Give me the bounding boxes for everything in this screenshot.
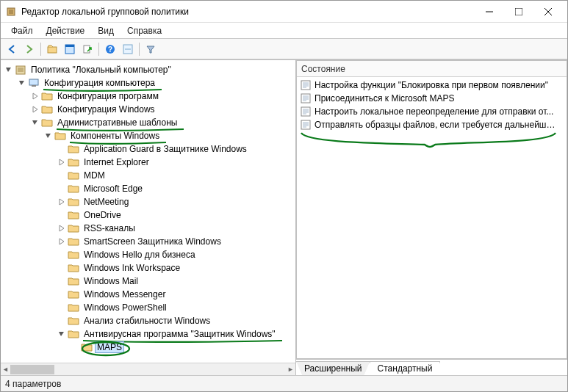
setting-label: Настройка функции "Блокировка при первом… xyxy=(314,80,548,90)
folder-icon xyxy=(68,236,79,247)
tree-item-label: Application Guard в Защитнике Windows xyxy=(82,143,249,155)
folder-icon xyxy=(68,315,79,327)
help-button[interactable]: ? xyxy=(102,41,118,57)
svg-rect-28 xyxy=(301,94,310,103)
up-button[interactable] xyxy=(44,41,60,57)
setting-icon xyxy=(300,106,312,117)
titlebar: Редактор локальной групповой политики xyxy=(1,1,567,23)
policy-tree[interactable]: Политика "Локальный компьютер"Конфигурац… xyxy=(1,60,295,363)
content-panes: Политика "Локальный компьютер"Конфигурац… xyxy=(1,59,567,375)
tree-item-label: SmartScreen Защитника Windows xyxy=(82,236,223,247)
expand-toggle[interactable] xyxy=(43,131,54,141)
svg-rect-11 xyxy=(84,46,90,53)
setting-item[interactable]: Присоединиться к Microsoft MAPS xyxy=(297,92,567,105)
folder-icon xyxy=(41,104,53,115)
menu-view[interactable]: Вид xyxy=(92,24,120,37)
window-title: Редактор локальной групповой политики xyxy=(21,7,475,17)
folder-icon xyxy=(68,196,79,208)
expand-toggle[interactable] xyxy=(57,197,67,207)
column-header-state[interactable]: Состояние xyxy=(297,61,567,77)
tree-item[interactable]: Windows PowerShell xyxy=(2,301,295,314)
expand-toggle[interactable] xyxy=(30,104,40,115)
tree-item[interactable]: Windows Ink Workspace xyxy=(2,261,295,275)
tree-item[interactable]: Компоненты Windows xyxy=(2,129,295,142)
expand-toggle[interactable] xyxy=(57,236,67,247)
menu-file[interactable]: Файл xyxy=(5,24,39,37)
toolbar-separator xyxy=(40,43,41,56)
expand-toggle[interactable] xyxy=(17,78,27,88)
options-button[interactable] xyxy=(120,41,136,57)
tree-item[interactable]: NetMeeting xyxy=(2,195,295,208)
tree-item-label: Windows Ink Workspace xyxy=(82,262,182,274)
tree-item[interactable]: MAPS xyxy=(2,341,295,354)
folder-icon xyxy=(68,249,79,261)
expand-toggle[interactable] xyxy=(57,223,67,233)
setting-item[interactable]: Отправлять образцы файлов, если требуетс… xyxy=(297,118,567,131)
tree-item[interactable]: Application Guard в Защитнике Windows xyxy=(2,142,295,156)
tree-item-label: OneDrive xyxy=(82,209,123,221)
tree-item-label: MAPS xyxy=(95,341,124,353)
expand-toggle[interactable] xyxy=(30,117,40,128)
setting-item[interactable]: Настройка функции "Блокировка при первом… xyxy=(297,79,567,92)
tree-item-label: Административные шаблоны xyxy=(55,117,179,128)
status-text: 4 параметров xyxy=(5,379,61,389)
tree-item[interactable]: Антивирусная программа "Защитник Windows… xyxy=(2,327,295,341)
tree-item-label: Windows Mail xyxy=(82,275,140,287)
properties-button[interactable] xyxy=(62,41,78,57)
menu-help[interactable]: Справка xyxy=(121,24,168,37)
tree-item[interactable]: OneDrive xyxy=(2,208,295,222)
menu-action[interactable]: Действие xyxy=(40,24,91,37)
tab-extended[interactable]: Расширенный xyxy=(296,361,370,375)
tree-item[interactable]: Microsoft Edge xyxy=(2,182,295,195)
folder-icon xyxy=(68,275,79,287)
tree-item[interactable]: RSS-каналы xyxy=(2,222,295,235)
scroll-left-arrow[interactable]: ◄ xyxy=(2,366,9,373)
folder-icon xyxy=(68,209,79,221)
view-tabs: Расширенный Стандартный xyxy=(296,359,567,375)
setting-item[interactable]: Настроить локальное переопределение для … xyxy=(297,105,567,118)
tab-standard[interactable]: Стандартный xyxy=(370,361,441,375)
tree-item[interactable]: Internet Explorer xyxy=(2,156,295,169)
horizontal-scrollbar[interactable]: ◄ ► xyxy=(1,363,295,375)
scroll-right-arrow[interactable]: ► xyxy=(287,366,294,373)
tree-item[interactable]: Windows Messenger xyxy=(2,288,295,301)
expand-toggle xyxy=(57,170,67,181)
export-button[interactable] xyxy=(79,41,96,57)
expand-toggle[interactable] xyxy=(57,329,67,339)
maximize-button[interactable] xyxy=(504,1,533,22)
expand-toggle[interactable] xyxy=(57,157,67,167)
setting-icon xyxy=(300,120,312,130)
tree-item[interactable]: Конфигурация программ xyxy=(2,90,295,103)
tree-item-label: Windows PowerShell xyxy=(82,302,169,313)
tree-item[interactable]: Политика "Локальный компьютер" xyxy=(2,63,295,76)
setting-label: Отправлять образцы файлов, если требуетс… xyxy=(314,120,557,130)
close-button[interactable] xyxy=(533,1,563,22)
annotation-bracket xyxy=(300,131,557,149)
tree-item-label: Microsoft Edge xyxy=(82,183,145,195)
minimize-button[interactable] xyxy=(475,1,504,22)
svg-text:?: ? xyxy=(108,46,112,54)
expand-toggle[interactable] xyxy=(4,65,14,75)
tree-pane: Политика "Локальный компьютер"Конфигурац… xyxy=(1,60,296,375)
expand-toggle[interactable] xyxy=(30,91,40,101)
filter-button[interactable] xyxy=(143,41,159,57)
tree-item[interactable]: MDM xyxy=(2,169,295,182)
folder-icon xyxy=(68,143,79,155)
setting-label: Настроить локальное переопределение для … xyxy=(314,106,553,117)
svg-rect-38 xyxy=(301,120,310,129)
forward-button[interactable] xyxy=(21,41,37,57)
tree-item[interactable]: Windows Hello для бизнеса xyxy=(2,248,295,261)
tree-item[interactable]: Анализ стабильности Windows xyxy=(2,314,295,327)
svg-rect-23 xyxy=(301,81,310,90)
expand-toggle xyxy=(57,316,67,326)
expand-toggle xyxy=(57,302,67,313)
tree-item[interactable]: Конфигурация Windows xyxy=(2,103,295,116)
folder-icon xyxy=(68,183,79,195)
back-button[interactable] xyxy=(4,41,20,57)
tree-item[interactable]: Административные шаблоны xyxy=(2,116,295,129)
tree-item[interactable]: Windows Mail xyxy=(2,275,295,288)
svg-rect-21 xyxy=(32,85,36,87)
tree-item[interactable]: Конфигурация компьютера xyxy=(2,76,295,90)
tree-item[interactable]: SmartScreen Защитника Windows xyxy=(2,235,295,248)
scroll-thumb[interactable] xyxy=(10,365,54,374)
